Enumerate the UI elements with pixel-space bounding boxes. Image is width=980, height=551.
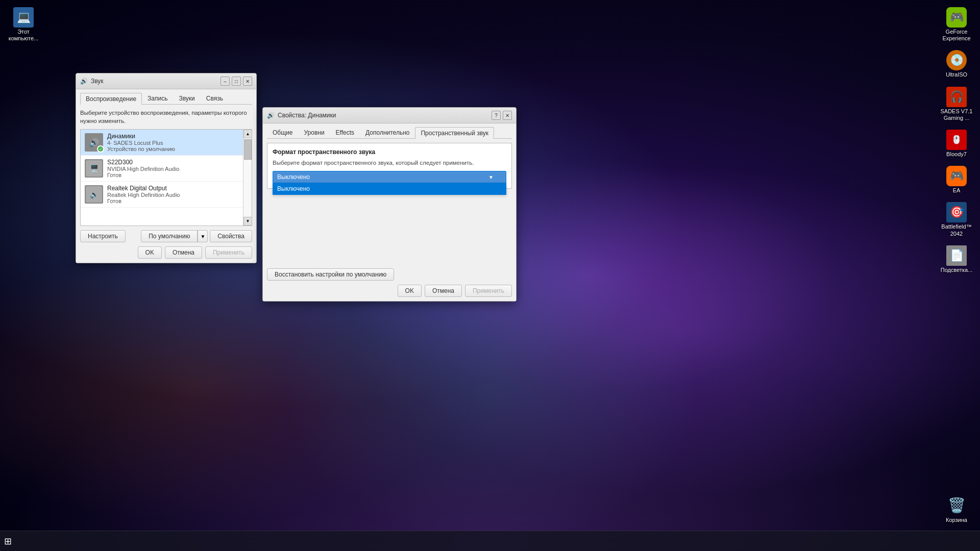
tab-spatial[interactable]: Пространственный звук: [415, 127, 494, 139]
tab-playback[interactable]: Воспроизведение: [80, 93, 142, 105]
restore-defaults-button[interactable]: Восстановить настройки по умолчанию: [267, 268, 394, 281]
props-window-controls: ? ✕: [492, 111, 512, 120]
props-ok-row: OK Отмена Применить: [267, 285, 512, 297]
sound-title-icon: 🔊: [80, 78, 88, 85]
spatial-dropdown-wrapper: Выключено ▼ Выключено: [273, 171, 506, 183]
sound-minimize-button[interactable]: –: [220, 77, 230, 86]
bloody7-icon: 🖱️: [951, 135, 962, 144]
desktop-icon-ultraiso[interactable]: 💿 UltraISO: [938, 48, 975, 80]
s22d300-info: S22D300 NVIDIA High Definition Audio Гот…: [107, 159, 239, 178]
dropdown-open-list: Выключено: [273, 183, 506, 195]
default-button-group: По умолчанию ▼: [141, 230, 208, 242]
trash-label: Корзина: [946, 517, 967, 523]
scroll-up-button[interactable]: ▲: [243, 130, 252, 138]
scroll-down-button[interactable]: ▼: [243, 217, 252, 226]
trash-icon: 🗑️: [948, 497, 966, 514]
sound-titlebar[interactable]: 🔊 Звук – □ ✕: [76, 73, 256, 89]
desktop-icon-trash[interactable]: 🗑️ Корзина: [938, 493, 975, 525]
start-button[interactable]: ⊞: [4, 536, 12, 547]
ultraiso-label: UltraISO: [946, 71, 967, 78]
desktop-icon-bloody7[interactable]: 🖱️ Bloody7: [938, 128, 975, 160]
tab-sounds[interactable]: Звуки: [173, 92, 200, 104]
default-button[interactable]: По умолчанию: [141, 230, 198, 242]
dynamics-info: Динамики 4· SADES Locust Plus Устройство…: [107, 133, 239, 152]
realtek-icon: 🔈: [85, 185, 103, 204]
dropdown-chevron-icon: ▼: [488, 174, 494, 180]
dynamics-sub: 4· SADES Locust Plus: [107, 140, 239, 146]
desktop-icon-geforce[interactable]: 🎮 GeForce Experience: [938, 5, 975, 44]
device-item-dynamics[interactable]: 🔊 Динамики 4· SADES Locust Plus Устройст…: [81, 130, 243, 156]
taskbar: ⊞: [0, 531, 980, 551]
tab-levels[interactable]: Уровни: [298, 127, 330, 138]
desktop-icons-bottom-right: 🗑️ Корзина: [938, 493, 975, 525]
sound-maximize-button[interactable]: □: [232, 77, 241, 86]
device-item-s22d300[interactable]: 🖥️ S22D300 NVIDIA High Definition Audio …: [81, 156, 243, 182]
spatial-sound-section: Формат пространственного звука Выберите …: [267, 143, 512, 189]
dynamics-status: Устройство по умолчанию: [107, 146, 239, 152]
dynamics-icon: 🔊: [85, 133, 103, 152]
properties-button[interactable]: Свойства: [210, 230, 252, 242]
dropdown-value: Выключено: [277, 173, 310, 181]
bf2042-icon: 🎯: [950, 206, 964, 219]
scroll-track: [243, 138, 252, 217]
tab-link[interactable]: Связь: [201, 92, 229, 104]
realtek-info: Realtek Digital Output Realtek High Defi…: [107, 185, 239, 204]
restore-btn-area: Восстановить настройки по умолчанию: [267, 268, 512, 281]
default-arrow-button[interactable]: ▼: [198, 230, 208, 242]
pc-icon: 💻: [17, 11, 31, 24]
device-list-items: 🔊 Динамики 4· SADES Locust Plus Устройст…: [81, 130, 243, 226]
bloody7-label: Bloody7: [946, 151, 967, 158]
tab-record[interactable]: Запись: [142, 92, 173, 104]
sound-ok-row: OK Отмена Применить: [76, 246, 256, 263]
dropdown-item-off[interactable]: Выключено: [273, 183, 506, 194]
geforce-icon: 🎮: [950, 11, 964, 24]
spatial-section-title: Формат пространственного звука: [273, 148, 506, 156]
ea-label: EA: [953, 187, 961, 194]
default-badge: [97, 145, 104, 153]
device-item-realtek[interactable]: 🔈 Realtek Digital Output Realtek High De…: [81, 182, 243, 208]
props-apply-button[interactable]: Применить: [465, 285, 512, 297]
taskbar-inner: ⊞: [0, 531, 980, 551]
props-help-button[interactable]: ?: [492, 111, 501, 120]
desktop-icon-podcvetka[interactable]: 📄 Подсветка...: [938, 243, 975, 276]
sound-window: 🔊 Звук – □ ✕ Воспроизведение Запись Звук…: [76, 73, 257, 263]
sound-ok-button[interactable]: OK: [138, 246, 162, 259]
props-cancel-button[interactable]: Отмена: [425, 285, 462, 297]
scroll-thumb[interactable]: [244, 139, 252, 160]
props-titlebar[interactable]: 🔊 Свойства: Динамики ? ✕: [263, 108, 516, 123]
sound-close-button[interactable]: ✕: [243, 77, 252, 86]
props-ok-button[interactable]: OK: [398, 285, 422, 297]
realtek-sub: Realtek High Definition Audio: [107, 192, 239, 198]
s22d300-status: Готов: [107, 172, 239, 178]
props-title-icon: 🔊: [267, 112, 275, 119]
sound-description: Выберите устройство воспроизведения, пар…: [80, 109, 252, 125]
tab-effects[interactable]: Effects: [330, 127, 360, 138]
desktop-icons-left: 💻 Этот компьюте...: [5, 5, 42, 44]
dynamics-name: Динамики: [107, 133, 239, 140]
sound-cancel-button[interactable]: Отмена: [165, 246, 202, 259]
props-spacer: [267, 193, 512, 264]
this-pc-label: Этот компьюте...: [7, 29, 40, 42]
sound-bottom-bar: Настроить По умолчанию ▼ Свойства: [76, 226, 256, 246]
podcvetka-icon: 📄: [950, 249, 964, 262]
bf2042-label: Battlefield™ 2042: [940, 223, 973, 237]
desktop-icon-bf2042[interactable]: 🎯 Battlefield™ 2042: [938, 200, 975, 239]
sound-window-controls: – □ ✕: [220, 77, 252, 86]
spatial-dropdown[interactable]: Выключено ▼: [273, 171, 506, 183]
device-list-scrollbar[interactable]: ▲ ▼: [243, 130, 252, 226]
desktop-icon-this-pc[interactable]: 💻 Этот компьюте...: [5, 5, 42, 44]
props-bottom-bar: Восстановить настройки по умолчанию OK О…: [263, 264, 516, 301]
sades-icon: 🎧: [950, 90, 964, 104]
realtek-status: Готов: [107, 198, 239, 204]
props-close-button[interactable]: ✕: [503, 111, 512, 120]
tab-general[interactable]: Общие: [267, 127, 298, 138]
spatial-section-desc: Выберите формат пространственного звука,…: [273, 159, 506, 167]
desktop-icon-ea[interactable]: 🎮 EA: [938, 164, 975, 196]
tab-additional[interactable]: Дополнительно: [360, 127, 415, 138]
sound-tabs: Воспроизведение Запись Звуки Связь: [80, 92, 252, 105]
sound-apply-button[interactable]: Применить: [205, 246, 252, 259]
desktop-icon-sades[interactable]: 🎧 SADES V7.1 Gaming ...: [938, 85, 975, 123]
props-tabs: Общие Уровни Effects Дополнительно Прост…: [267, 127, 512, 139]
props-window: 🔊 Свойства: Динамики ? ✕ Общие Уровни Ef…: [262, 107, 517, 302]
configure-button[interactable]: Настроить: [80, 230, 126, 242]
